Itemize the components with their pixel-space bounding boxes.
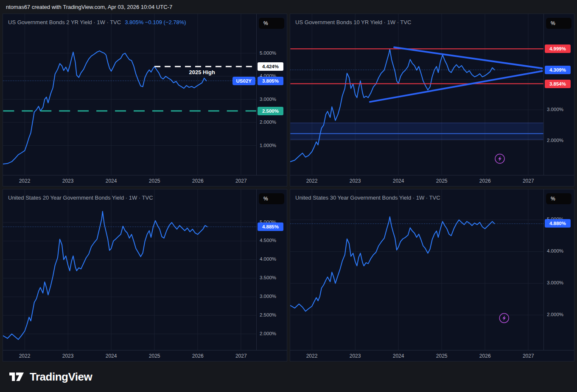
price-axis-us02y[interactable]: % 5.000%4.000%3.000%2.000%1.000%4.424%3.… — [256, 14, 287, 175]
price-axis-label: 3.000% — [547, 107, 563, 112]
quote-values: 3.805% −0.109 (−2.78%) — [125, 19, 186, 25]
time-axis-label: 2022 — [302, 353, 322, 359]
chart-svg-us20y — [3, 189, 256, 350]
time-axis-label: 2023 — [345, 178, 365, 184]
plot-area-us30y[interactable]: United States 30 Year Government Bonds Y… — [290, 189, 543, 350]
time-axis-label: 2027 — [231, 178, 251, 184]
time-axis-label: 2024 — [388, 178, 409, 184]
price-axis-us30y[interactable]: % 5.000%4.000%3.000%2.000%4.880% — [543, 189, 574, 350]
price-axis-label: 2.000% — [547, 138, 563, 143]
plot-area-us20y[interactable]: United States 20 Year Government Bonds Y… — [3, 189, 256, 350]
chart-main-us02y: 2025 High US Government Bonds 2 YR Yield… — [3, 14, 287, 175]
time-axis-label: 2024 — [388, 353, 409, 359]
time-axis-label: 2024 — [101, 178, 121, 184]
symbol-title: United States 20 Year Government Bonds Y… — [8, 195, 153, 201]
time-axis-us02y[interactable]: 202220232024202520262027 — [3, 175, 287, 186]
symbol-title: United States 30 Year Government Bonds Y… — [295, 195, 440, 201]
price-label: 2.500% — [258, 107, 283, 115]
price-label: 3.854% — [545, 80, 571, 88]
price-label: 4.885% — [258, 222, 283, 231]
chart-svg-us30y — [290, 189, 543, 350]
chart-main-us10y: US Government Bonds 10 YR Yield · 1W · T… — [290, 14, 574, 175]
time-axis-label: 2025 — [431, 178, 452, 184]
chart-main-us30y: United States 30 Year Government Bonds Y… — [290, 189, 574, 350]
time-axis-us20y[interactable]: 202220232024202520262027 — [3, 350, 287, 361]
chart-grid: 2025 High US Government Bonds 2 YR Yield… — [3, 14, 574, 361]
price-axis-label: 1.000% — [260, 143, 276, 148]
percent-unit-label: % — [551, 196, 555, 202]
price-axis-label: 2.500% — [260, 312, 276, 317]
time-axis-label: 2022 — [14, 178, 35, 184]
chart-panel-us10y: US Government Bonds 10 YR Yield · 1W · T… — [290, 14, 574, 186]
plot-area-us10y[interactable]: US Government Bonds 10 YR Yield · 1W · T… — [290, 14, 543, 175]
time-axis-label: 2025 — [144, 353, 165, 359]
lightning-icon[interactable] — [495, 154, 504, 164]
price-axis-label: 3.000% — [260, 97, 276, 102]
attribution-text: ntomas67 created with TradingView.com, A… — [6, 4, 172, 10]
time-axis-us30y[interactable]: 202220232024202520262027 — [290, 350, 574, 361]
price-axis-label: 4.500% — [260, 238, 276, 243]
price-label: 3.805% — [258, 77, 283, 85]
header-bar: ntomas67 created with TradingView.com, A… — [0, 0, 577, 14]
footer-bar: TradingView — [0, 361, 577, 392]
price-label: 4.309% — [545, 66, 571, 74]
unit-percent-button[interactable]: % — [546, 193, 571, 204]
chart-title-us02y: US Government Bonds 2 YR Yield · 1W · TV… — [8, 19, 186, 25]
chart-panel-us30y: United States 30 Year Government Bonds Y… — [290, 189, 574, 362]
unit-percent-button[interactable]: % — [546, 18, 571, 29]
symbol-title: US Government Bonds 10 YR Yield · 1W · T… — [295, 19, 411, 25]
time-axis-us10y[interactable]: 202220232024202520262027 — [290, 175, 574, 186]
time-axis-label: 2025 — [144, 178, 165, 184]
time-axis-label: 2026 — [188, 178, 208, 184]
series-symbol-label: US02Y — [232, 77, 255, 85]
chart-panel-us02y: 2025 High US Government Bonds 2 YR Yield… — [3, 14, 287, 186]
chart-title-us30y: United States 30 Year Government Bonds Y… — [295, 195, 440, 201]
time-axis-label: 2023 — [345, 353, 365, 359]
time-axis-label: 2027 — [231, 353, 251, 359]
price-axis-label: 3.000% — [260, 294, 276, 299]
price-axis-label: 2.000% — [547, 312, 563, 317]
price-label: 4.999% — [545, 44, 571, 53]
time-axis-label: 2023 — [58, 178, 78, 184]
time-axis-label: 2026 — [188, 353, 208, 359]
lightning-icon[interactable] — [499, 313, 509, 322]
chart-main-us20y: United States 20 Year Government Bonds Y… — [3, 189, 287, 350]
time-axis-label: 2024 — [101, 353, 121, 359]
price-label: 4.424% — [258, 62, 283, 71]
percent-unit-label: % — [263, 196, 268, 202]
price-axis-label: 2.000% — [260, 331, 276, 336]
unit-percent-button[interactable]: % — [259, 193, 284, 204]
chart-panel-us20y: United States 20 Year Government Bonds Y… — [3, 189, 287, 362]
time-axis-label: 2023 — [58, 353, 78, 359]
chart-svg-us10y — [290, 14, 543, 175]
time-axis-label: 2027 — [518, 178, 538, 184]
symbol-title: US Government Bonds 2 YR Yield · 1W · TV… — [8, 19, 121, 25]
chart-title-us20y: United States 20 Year Government Bonds Y… — [8, 195, 153, 201]
price-axis-label: 3.500% — [260, 275, 276, 280]
time-axis-label: 2022 — [14, 353, 35, 359]
price-axis-label: 5.000% — [260, 50, 276, 56]
plot-area-us02y[interactable]: 2025 High US Government Bonds 2 YR Yield… — [3, 14, 256, 175]
chart-svg-us02y: 2025 High — [3, 14, 256, 175]
percent-unit-label: % — [551, 20, 555, 26]
time-axis-label: 2026 — [475, 353, 495, 359]
price-axis-us20y[interactable]: % 5.000%4.500%4.000%3.500%3.000%2.500%2.… — [256, 189, 287, 350]
unit-percent-button[interactable]: % — [259, 18, 284, 29]
price-axis-label: 2.000% — [260, 120, 276, 125]
tradingview-wordmark[interactable]: TradingView — [30, 370, 92, 384]
tradingview-logo-icon[interactable] — [8, 370, 25, 383]
price-axis-label: 4.000% — [260, 256, 276, 261]
price-axis-us10y[interactable]: % 3.000%2.000%4.999%4.309%3.854% — [543, 14, 574, 175]
time-axis-label: 2026 — [475, 178, 495, 184]
percent-unit-label: % — [263, 20, 268, 26]
annotation-label: 2025 High — [189, 69, 215, 75]
chart-title-us10y: US Government Bonds 10 YR Yield · 1W · T… — [295, 19, 411, 25]
price-axis-label: 4.000% — [547, 248, 563, 253]
time-axis-label: 2025 — [431, 353, 452, 359]
time-axis-label: 2022 — [302, 178, 322, 184]
price-label: 4.880% — [545, 219, 571, 228]
price-axis-label: 3.000% — [547, 280, 563, 285]
time-axis-label: 2027 — [518, 353, 538, 359]
